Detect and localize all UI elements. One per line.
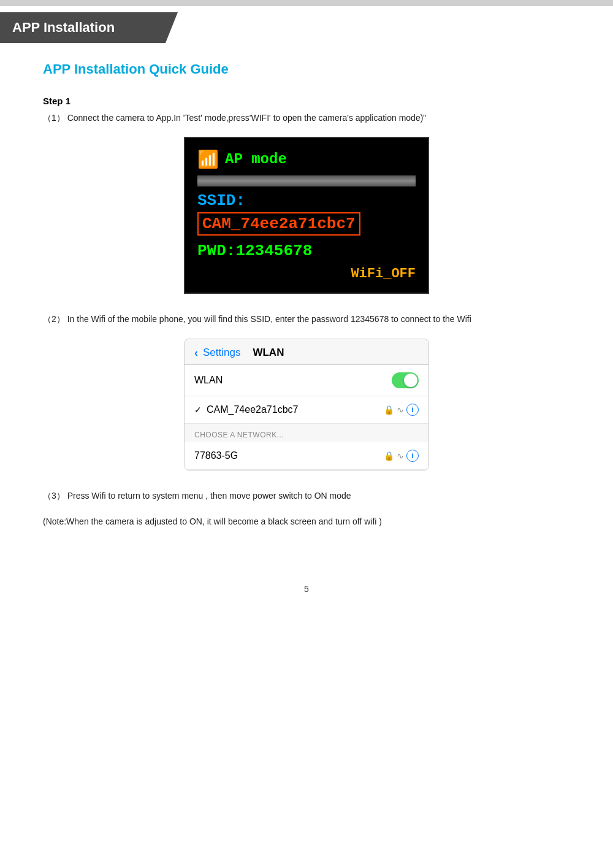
cam-ssid-value-wrapper: CAM_74ee2a71cbc7 (197, 212, 416, 242)
top-gray-bar (0, 0, 613, 6)
other-info-icon[interactable]: i (406, 450, 419, 462)
cam-wifi-off-text: WiFi_OFF (197, 266, 416, 282)
cam-divider (197, 175, 416, 186)
checkmark-icon: ✓ (194, 405, 202, 415)
step1-text1: （1） Connect the camera to App.In 'Test' … (43, 111, 570, 125)
phone-header: ‹ Settings WLAN (185, 339, 428, 365)
wlan-toggle[interactable] (392, 372, 419, 388)
other-network-name: 77863-5G (194, 450, 384, 461)
other-lock-icon: 🔒 (384, 451, 394, 461)
phone-settings-label: Settings (203, 347, 240, 359)
phone-wlan-label: WLAN (194, 375, 392, 386)
page: APP Installation APP Installation Quick … (0, 0, 613, 868)
cam-ap-mode-row: 📶 AP mode (197, 149, 416, 169)
step1-text4: (Note:When the camera is adjusted to ON,… (43, 515, 570, 528)
choose-network-header: CHOOSE A NETWORK... (194, 431, 284, 439)
page-number: 5 (0, 584, 613, 594)
phone-wlan-title: WLAN (253, 347, 284, 359)
phone-other-network-row[interactable]: 77863-5G 🔒 ∿ i (185, 442, 428, 470)
phone-wlan-row: WLAN (185, 365, 428, 396)
other-wifi-signal-icon: ∿ (397, 451, 404, 461)
header-tab: APP Installation (0, 12, 166, 43)
other-network-icons: 🔒 ∿ i (384, 450, 419, 462)
wifi-signal-icon: ∿ (397, 405, 404, 415)
phone-back-icon: ‹ (194, 347, 198, 359)
step1-label: Step 1 (43, 96, 570, 106)
lock-icon: 🔒 (384, 405, 394, 415)
connected-network-icons: 🔒 ∿ i (384, 404, 419, 416)
info-icon[interactable]: i (406, 404, 419, 416)
choose-network-section: CHOOSE A NETWORK... (185, 424, 428, 442)
header-tab-label: APP Installation (12, 20, 115, 36)
cam-ssid-value: CAM_74ee2a71cbc7 (197, 212, 360, 236)
cam-wifi-icon: 📶 (197, 149, 219, 169)
header-row: APP Installation (0, 6, 613, 43)
phone-connected-network-row[interactable]: ✓ CAM_74ee2a71cbc7 🔒 ∿ i (185, 396, 428, 424)
camera-screen-mockup: 📶 AP mode SSID: CAM_74ee2a71cbc7 PWD:123… (184, 137, 429, 294)
step1-text2: （2） In the Wifi of the mobile phone, you… (43, 312, 570, 326)
cam-pwd-text: PWD:12345678 (197, 242, 416, 260)
cam-ap-mode-text: AP mode (225, 151, 287, 167)
step1-text3: （3） Press Wifi to return to system menu … (43, 489, 570, 502)
content-area: APP Installation Quick Guide Step 1 （1） … (0, 43, 613, 559)
quick-guide-title: APP Installation Quick Guide (43, 61, 570, 77)
phone-screen-mockup: ‹ Settings WLAN WLAN ✓ CAM_74ee2a71cbc7 … (184, 339, 429, 470)
connected-network-name: CAM_74ee2a71cbc7 (207, 404, 384, 415)
cam-ssid-label: SSID: (197, 191, 416, 210)
